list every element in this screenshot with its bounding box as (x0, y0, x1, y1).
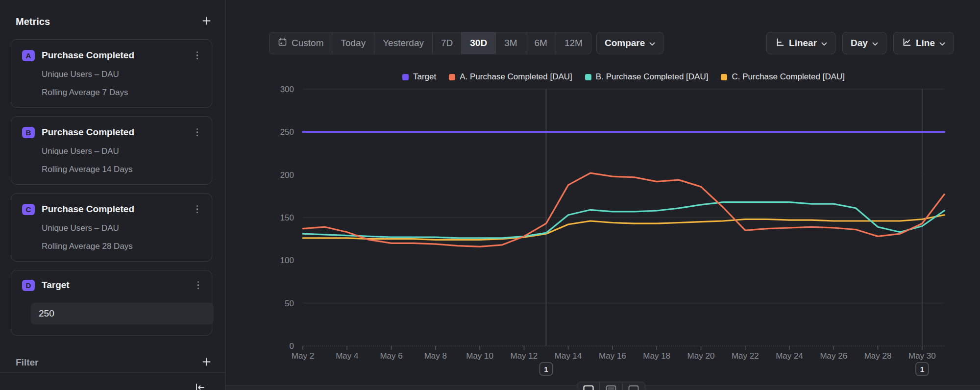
y-axis-label: 100 (280, 256, 294, 265)
series-line-3[interactable] (303, 215, 944, 240)
x-axis-label: May 26 (820, 351, 847, 361)
x-axis-label: May 12 (511, 351, 538, 361)
y-axis-label: 50 (285, 299, 294, 308)
line-chart: 050100150200250300May 2May 4May 6May 8Ma… (0, 0, 980, 390)
details-view-button[interactable] (622, 382, 645, 390)
x-axis-label: May 4 (336, 351, 358, 361)
x-axis-label: May 30 (908, 351, 936, 361)
x-axis-label: May 10 (466, 351, 493, 361)
y-axis-label: 300 (280, 85, 294, 94)
x-axis-label: May 14 (555, 351, 582, 361)
x-axis-label: May 2 (292, 351, 314, 361)
y-axis-label: 0 (290, 341, 294, 351)
view-switcher (577, 382, 645, 390)
x-axis-label: May 8 (424, 351, 447, 361)
series-line-2[interactable] (303, 202, 944, 238)
y-axis-label: 150 (280, 213, 294, 222)
y-axis-label: 200 (280, 171, 294, 180)
x-axis-label: May 22 (732, 351, 759, 361)
annotation-badge-label: 1 (544, 365, 548, 373)
y-axis-label: 250 (280, 127, 294, 137)
table-panel-icon (606, 385, 616, 390)
x-axis-label: May 16 (599, 351, 626, 361)
x-axis-label: May 28 (864, 351, 892, 361)
app-root: { "colors": { "accent_purple": "#7b5bf5"… (0, 0, 980, 390)
series-line-1[interactable] (303, 173, 944, 246)
details-panel-icon (628, 385, 639, 390)
chart-panel-icon (583, 385, 594, 390)
chart-view-button[interactable] (577, 382, 599, 390)
x-axis-label: May 24 (776, 351, 803, 361)
x-axis-label: May 6 (380, 351, 402, 361)
x-axis-label: May 18 (643, 351, 670, 361)
x-axis-label: May 20 (687, 351, 715, 361)
table-view-button[interactable] (599, 382, 622, 390)
annotation-badge-label: 1 (920, 365, 924, 373)
